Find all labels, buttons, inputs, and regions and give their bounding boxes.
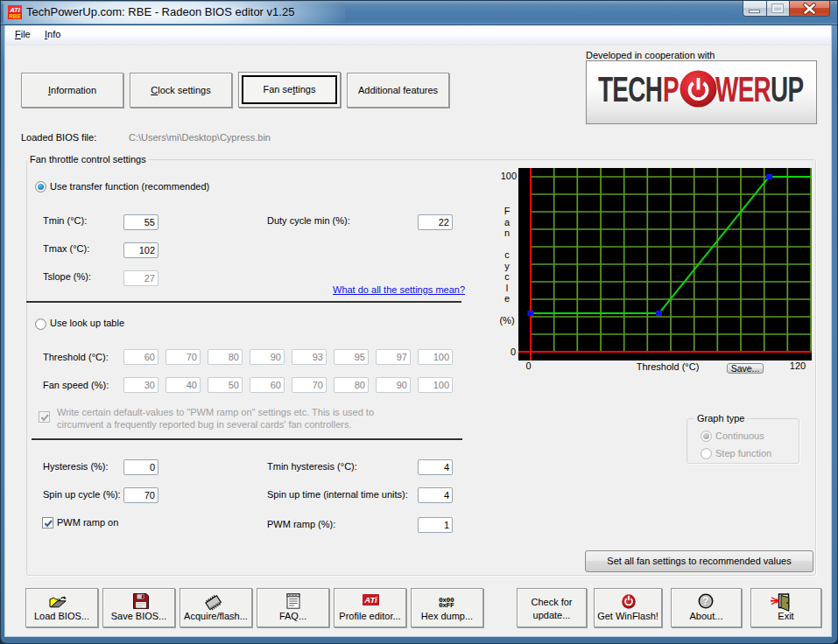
- svg-text:RBE: RBE: [9, 13, 21, 19]
- svg-text:ATi: ATi: [363, 595, 377, 605]
- svg-text:?: ?: [702, 595, 708, 607]
